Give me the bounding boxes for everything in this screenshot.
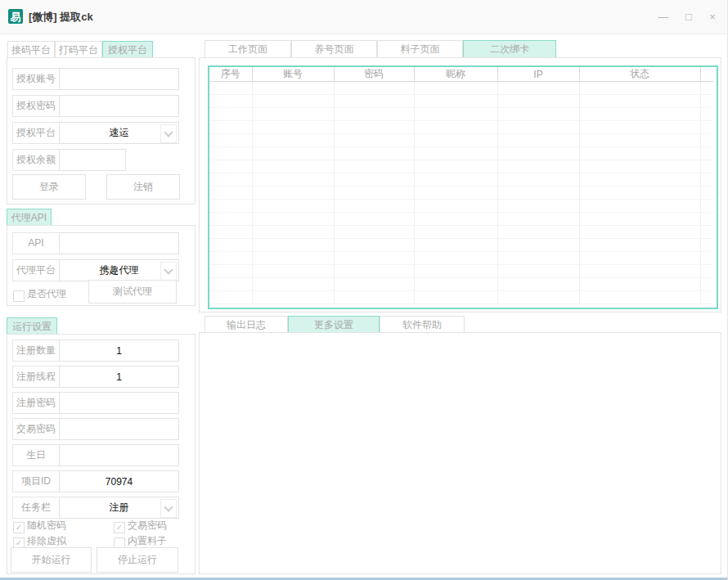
reg-password-label: 注册密码 [12,392,60,414]
auth-balance-label: 授权余额 [12,149,60,171]
table-row[interactable] [209,160,713,173]
chevron-down-icon[interactable] [160,499,177,518]
stop-run-button[interactable]: 停止运行 [97,547,178,573]
col-serial[interactable]: 序号 [209,67,252,82]
table-row[interactable] [209,95,713,108]
login-button[interactable]: 登录 [12,174,86,200]
start-run-button[interactable]: 开始运行 [11,547,92,573]
tab-material-page[interactable]: 料子页面 [377,40,463,58]
trade-password-input[interactable] [59,418,179,440]
checkbox-label: 随机密码 [27,519,66,531]
table-row[interactable] [209,82,713,95]
checkbox-label: 交易密码 [128,519,167,531]
proxy-api-input[interactable] [59,232,179,254]
proxy-panel: API 代理平台 携趣代理 ✓是否代理 测试代理 [7,225,195,306]
table-header-row: 序号 账号 密码 昵称 IP 状态 [209,67,713,82]
exclude-virtual-checkbox[interactable]: ✓排除虚拟 [13,535,66,547]
table-row[interactable] [209,226,713,239]
auth-balance-input[interactable] [59,149,126,171]
use-proxy-checkbox[interactable]: ✓是否代理 [13,288,66,300]
tab-run-settings[interactable]: 运行设置 [7,317,57,335]
table-row[interactable] [209,265,713,278]
project-id-input[interactable] [59,470,179,492]
table-row[interactable] [209,252,713,265]
table-row[interactable] [209,187,713,200]
table-row[interactable] [209,108,713,121]
checkbox-label: 是否代理 [27,288,66,299]
auth-password-label: 授权密码 [12,95,60,117]
table-body [209,82,713,304]
tab-output-log[interactable]: 输出日志 [204,316,288,334]
table-row[interactable] [209,239,713,252]
chevron-down-icon[interactable] [160,124,177,143]
trade-password-checkbox[interactable]: ✓交易密码 [114,519,167,532]
auth-account-label: 授权账号 [12,68,60,90]
tab-captcha-platform[interactable]: 打码平台 [55,41,102,59]
work-area-panel: 序号 账号 密码 昵称 IP 状态 [199,57,721,312]
checkbox-icon: ✓ [114,522,125,533]
table-row[interactable] [209,200,713,213]
table-row[interactable] [209,134,713,147]
col-ip[interactable]: IP [497,67,579,82]
reg-threads-label: 注册线程 [12,366,60,388]
tab-work-page[interactable]: 工作页面 [204,40,291,58]
test-proxy-button[interactable]: 测试代理 [88,280,177,303]
title-bar: 易 [微博] 提取ck — □ × [0,0,727,34]
random-password-checkbox[interactable]: ✓随机密码 [13,519,66,532]
table-row[interactable] [209,278,713,291]
task-label: 任务栏 [12,497,60,519]
tab-auth-platform[interactable]: 授权平台 [102,41,153,59]
accounts-table[interactable]: 序号 账号 密码 昵称 IP 状态 [208,65,718,309]
proxy-platform-label: 代理平台 [12,259,60,281]
tab-second-bind-card[interactable]: 二次绑卡 [463,40,556,58]
builtin-material-checkbox[interactable]: ✓内置料子 [114,535,167,547]
project-id-label: 项目ID [12,470,60,492]
col-nickname[interactable]: 昵称 [414,67,497,82]
tab-more-settings[interactable]: 更多设置 [288,316,380,334]
checkbox-icon: ✓ [13,290,25,302]
trade-password-label: 交易密码 [12,418,60,440]
reg-threads-input[interactable] [59,366,179,388]
birthday-input[interactable] [59,444,179,466]
reg-count-label: 注册数量 [12,339,60,362]
table-row[interactable] [209,147,713,160]
task-select[interactable]: 注册 [59,497,179,519]
checkbox-label: 排除虚拟 [27,535,66,546]
reg-password-input[interactable] [59,392,179,414]
tab-proxy-api[interactable]: 代理API [7,209,52,227]
auth-account-input[interactable] [59,68,179,90]
col-extra [700,67,713,82]
auth-panel: 授权账号 授权密码 授权平台 速运 授权余额 登录 注销 [7,57,195,205]
chevron-down-icon[interactable] [160,262,177,281]
reg-count-input[interactable] [59,339,179,362]
auth-platform-select[interactable]: 速运 [59,122,179,144]
table-row[interactable] [209,173,713,187]
minimize-button[interactable]: — [650,0,676,34]
maximize-button[interactable]: □ [676,0,702,34]
table-row[interactable] [209,121,713,134]
checkbox-label: 内置料子 [128,535,167,546]
tab-nurture-page[interactable]: 养号页面 [291,40,377,58]
window-title: [微博] 提取ck [29,0,93,34]
app-logo-icon: 易 [8,9,23,24]
checkbox-icon: ✓ [13,522,25,533]
table-row[interactable] [209,291,713,304]
tab-software-help[interactable]: 软件帮助 [380,316,465,334]
proxy-platform-select[interactable]: 携趣代理 [59,259,179,281]
close-button[interactable]: × [699,0,726,34]
col-account[interactable]: 账号 [252,67,334,82]
run-settings-panel: 注册数量 注册线程 注册密码 交易密码 生日 项目ID 任务栏 注册 ✓随机密码… [7,334,195,574]
tab-sms-platform[interactable]: 接码平台 [7,41,55,59]
app-window: 易 [微博] 提取ck — □ × 接码平台 打码平台 授权平台 授权账号 授权… [0,0,728,580]
auth-platform-label: 授权平台 [12,122,60,144]
col-password[interactable]: 密码 [334,67,414,82]
auth-password-input[interactable] [59,95,179,117]
col-status[interactable]: 状态 [579,67,700,82]
birthday-label: 生日 [12,444,60,466]
logout-button[interactable]: 注销 [106,174,180,200]
more-settings-panel [199,332,721,574]
proxy-api-label: API [12,232,60,254]
table-row[interactable] [209,213,713,226]
